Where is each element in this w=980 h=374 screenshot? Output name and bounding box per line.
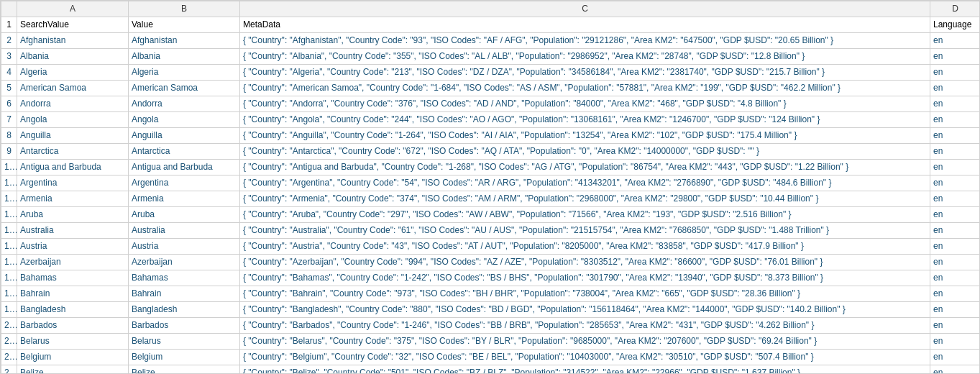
cell-search-value[interactable]: Bangladesh: [17, 302, 129, 318]
cell-value[interactable]: Australia: [129, 223, 240, 239]
cell-metadata[interactable]: { "Country": "Bahrain", "Country Code": …: [240, 286, 930, 302]
cell-metadata[interactable]: { "Country": "Albania", "Country Code": …: [240, 49, 930, 65]
cell-metadata[interactable]: { "Country": "Belgium", "Country Code": …: [240, 350, 930, 365]
cell-metadata[interactable]: { "Country": "Afghanistan", "Country Cod…: [240, 33, 930, 49]
cell-language[interactable]: en: [930, 207, 981, 223]
cell-value[interactable]: Anguilla: [129, 128, 240, 144]
cell-language[interactable]: en: [930, 81, 981, 96]
cell-metadata[interactable]: { "Country": "Azerbaijan", "Country Code…: [240, 255, 930, 270]
cell-metadata[interactable]: { "Country": "American Samoa", "Country …: [240, 81, 930, 96]
cell-metadata[interactable]: { "Country": "Antarctica", "Country Code…: [240, 144, 930, 160]
cell-language[interactable]: en: [930, 160, 981, 175]
cell-search-value[interactable]: Algeria: [17, 65, 129, 81]
cell-value[interactable]: Antarctica: [129, 144, 240, 160]
cell-metadata[interactable]: MetaData: [240, 17, 930, 33]
cell-language[interactable]: en: [930, 334, 981, 350]
cell-search-value[interactable]: Antigua and Barbuda: [17, 160, 129, 175]
cell-language[interactable]: en: [930, 350, 981, 365]
cell-search-value[interactable]: Afghanistan: [17, 33, 129, 49]
cell-language[interactable]: en: [930, 49, 981, 65]
cell-search-value[interactable]: Belgium: [17, 350, 129, 365]
cell-language[interactable]: en: [930, 191, 981, 207]
cell-metadata[interactable]: { "Country": "Andorra", "Country Code": …: [240, 96, 930, 112]
cell-metadata[interactable]: { "Country": "Aruba", "Country Code": "2…: [240, 207, 930, 223]
cell-search-value[interactable]: Armenia: [17, 191, 129, 207]
cell-value[interactable]: Bahrain: [129, 286, 240, 302]
cell-value[interactable]: Argentina: [129, 175, 240, 191]
cell-value[interactable]: Value: [129, 17, 240, 33]
cell-search-value[interactable]: Anguilla: [17, 128, 129, 144]
cell-search-value[interactable]: SearchValue: [17, 17, 129, 33]
cell-search-value[interactable]: Barbados: [17, 318, 129, 334]
cell-search-value[interactable]: Australia: [17, 223, 129, 239]
row-number: 23: [1, 365, 17, 375]
cell-language[interactable]: en: [930, 33, 981, 49]
cell-metadata[interactable]: { "Country": "Argentina", "Country Code"…: [240, 175, 930, 191]
cell-language[interactable]: en: [930, 65, 981, 81]
cell-value[interactable]: Algeria: [129, 65, 240, 81]
cell-value[interactable]: Aruba: [129, 207, 240, 223]
cell-metadata[interactable]: { "Country": "Bahamas", "Country Code": …: [240, 270, 930, 286]
cell-value[interactable]: Belarus: [129, 334, 240, 350]
cell-value[interactable]: Bangladesh: [129, 302, 240, 318]
cell-metadata[interactable]: { "Country": "Austria", "Country Code": …: [240, 239, 930, 255]
cell-language[interactable]: en: [930, 302, 981, 318]
cell-value[interactable]: Azerbaijan: [129, 255, 240, 270]
cell-metadata[interactable]: { "Country": "Belarus", "Country Code": …: [240, 334, 930, 350]
cell-metadata[interactable]: { "Country": "Armenia", "Country Code": …: [240, 191, 930, 207]
cell-language[interactable]: en: [930, 365, 981, 375]
cell-metadata[interactable]: { "Country": "Belize", "Country Code": "…: [240, 365, 930, 375]
cell-language[interactable]: en: [930, 223, 981, 239]
cell-value[interactable]: Andorra: [129, 96, 240, 112]
col-header-a[interactable]: A: [17, 1, 129, 17]
cell-value[interactable]: Belgium: [129, 350, 240, 365]
cell-language[interactable]: en: [930, 128, 981, 144]
cell-search-value[interactable]: Bahamas: [17, 270, 129, 286]
cell-language[interactable]: en: [930, 175, 981, 191]
cell-language[interactable]: en: [930, 112, 981, 128]
cell-language[interactable]: en: [930, 255, 981, 270]
cell-value[interactable]: Bahamas: [129, 270, 240, 286]
cell-metadata[interactable]: { "Country": "Barbados", "Country Code":…: [240, 318, 930, 334]
cell-search-value[interactable]: Angola: [17, 112, 129, 128]
cell-language[interactable]: Language: [930, 17, 981, 33]
col-header-c[interactable]: C: [240, 1, 930, 17]
cell-value[interactable]: Barbados: [129, 318, 240, 334]
col-header-d[interactable]: D: [930, 1, 981, 17]
cell-search-value[interactable]: Andorra: [17, 96, 129, 112]
cell-search-value[interactable]: Azerbaijan: [17, 255, 129, 270]
cell-value[interactable]: Armenia: [129, 191, 240, 207]
table-body: 1SearchValueValueMetaDataLanguage2Afghan…: [1, 17, 981, 375]
cell-search-value[interactable]: Argentina: [17, 175, 129, 191]
cell-language[interactable]: en: [930, 318, 981, 334]
cell-metadata[interactable]: { "Country": "Anguilla", "Country Code":…: [240, 128, 930, 144]
cell-language[interactable]: en: [930, 96, 981, 112]
cell-language[interactable]: en: [930, 270, 981, 286]
table-row: 6AndorraAndorra{ "Country": "Andorra", "…: [1, 96, 981, 112]
cell-value[interactable]: Albania: [129, 49, 240, 65]
cell-search-value[interactable]: Albania: [17, 49, 129, 65]
cell-value[interactable]: Antigua and Barbuda: [129, 160, 240, 175]
cell-metadata[interactable]: { "Country": "Australia", "Country Code"…: [240, 223, 930, 239]
cell-metadata[interactable]: { "Country": "Algeria", "Country Code": …: [240, 65, 930, 81]
row-number: 5: [1, 81, 17, 96]
cell-value[interactable]: Angola: [129, 112, 240, 128]
cell-language[interactable]: en: [930, 286, 981, 302]
cell-value[interactable]: Austria: [129, 239, 240, 255]
cell-search-value[interactable]: Belarus: [17, 334, 129, 350]
cell-search-value[interactable]: Bahrain: [17, 286, 129, 302]
cell-metadata[interactable]: { "Country": "Antigua and Barbuda", "Cou…: [240, 160, 930, 175]
cell-language[interactable]: en: [930, 144, 981, 160]
col-header-b[interactable]: B: [129, 1, 240, 17]
cell-metadata[interactable]: { "Country": "Angola", "Country Code": "…: [240, 112, 930, 128]
cell-value[interactable]: American Samoa: [129, 81, 240, 96]
cell-metadata[interactable]: { "Country": "Bangladesh", "Country Code…: [240, 302, 930, 318]
cell-value[interactable]: Belize: [129, 365, 240, 375]
cell-search-value[interactable]: Austria: [17, 239, 129, 255]
cell-value[interactable]: Afghanistan: [129, 33, 240, 49]
cell-search-value[interactable]: Antarctica: [17, 144, 129, 160]
cell-search-value[interactable]: Aruba: [17, 207, 129, 223]
cell-search-value[interactable]: Belize: [17, 365, 129, 375]
cell-search-value[interactable]: American Samoa: [17, 81, 129, 96]
cell-language[interactable]: en: [930, 239, 981, 255]
